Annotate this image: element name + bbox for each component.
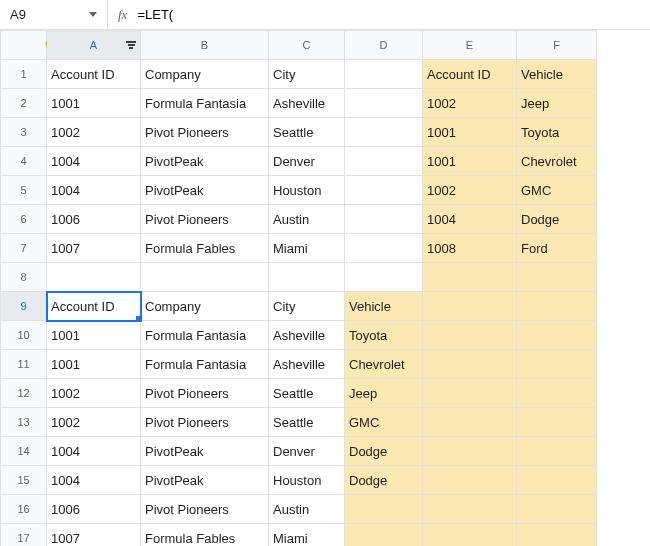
cell-A2[interactable]: 1001 [47, 89, 141, 118]
row-header[interactable]: 5 [1, 176, 47, 205]
cell-B14[interactable]: PivotPeak [141, 437, 269, 466]
cell-C16[interactable]: Austin [269, 495, 345, 524]
row-header[interactable]: 12 [1, 379, 47, 408]
cell-A12[interactable]: 1002 [47, 379, 141, 408]
cell-A11[interactable]: 1001 [47, 350, 141, 379]
cell-A6[interactable]: 1006 [47, 205, 141, 234]
cell-E15[interactable] [423, 466, 517, 495]
cell-C10[interactable]: Asheville [269, 321, 345, 350]
cell-A1[interactable]: Account ID [47, 60, 141, 89]
cell-B17[interactable]: Formula Fables [141, 524, 269, 547]
column-header-c[interactable]: C [269, 31, 345, 60]
cell-F12[interactable] [517, 379, 597, 408]
cell-B3[interactable]: Pivot Pioneers [141, 118, 269, 147]
row-header[interactable]: 15 [1, 466, 47, 495]
chevron-down-icon[interactable] [89, 12, 97, 17]
cell-A3[interactable]: 1002 [47, 118, 141, 147]
cell-E17[interactable] [423, 524, 517, 547]
column-header-d[interactable]: D [345, 31, 423, 60]
cell-F3[interactable]: Toyota [517, 118, 597, 147]
cell-F2[interactable]: Jeep [517, 89, 597, 118]
cell-F7[interactable]: Ford [517, 234, 597, 263]
cell-F10[interactable] [517, 321, 597, 350]
row-header[interactable]: 17 [1, 524, 47, 547]
cell-C12[interactable]: Seattle [269, 379, 345, 408]
cell-D1[interactable] [345, 60, 423, 89]
cell-F9[interactable] [517, 292, 597, 321]
cell-A14[interactable]: 1004 [47, 437, 141, 466]
row-header[interactable]: 1 [1, 60, 47, 89]
cell-C5[interactable]: Houston [269, 176, 345, 205]
cell-D5[interactable] [345, 176, 423, 205]
cell-F5[interactable]: GMC [517, 176, 597, 205]
spreadsheet-grid[interactable]: ABCDEF 1Account IDCompanyCityAccount IDV… [0, 30, 597, 546]
cell-D9[interactable]: Vehicle [345, 292, 423, 321]
cell-B7[interactable]: Formula Fables [141, 234, 269, 263]
cell-B11[interactable]: Formula Fantasia [141, 350, 269, 379]
cell-C9[interactable]: City [269, 292, 345, 321]
row-header[interactable]: 16 [1, 495, 47, 524]
cell-D8[interactable] [345, 263, 423, 292]
row-header[interactable]: 7 [1, 234, 47, 263]
name-box[interactable]: A9 [0, 0, 108, 29]
cell-E14[interactable] [423, 437, 517, 466]
cell-E9[interactable] [423, 292, 517, 321]
cell-C17[interactable]: Miami [269, 524, 345, 547]
row-header[interactable]: 9 [1, 292, 47, 321]
cell-C15[interactable]: Houston [269, 466, 345, 495]
column-header-f[interactable]: F [517, 31, 597, 60]
cell-B6[interactable]: Pivot Pioneers [141, 205, 269, 234]
cell-D14[interactable]: Dodge [345, 437, 423, 466]
cell-F15[interactable] [517, 466, 597, 495]
row-header[interactable]: 14 [1, 437, 47, 466]
cell-A7[interactable]: 1007 [47, 234, 141, 263]
filter-icon[interactable] [126, 41, 136, 49]
cell-C1[interactable]: City [269, 60, 345, 89]
cell-E8[interactable] [423, 263, 517, 292]
cell-A9[interactable]: Account ID [47, 292, 141, 321]
cell-F14[interactable] [517, 437, 597, 466]
cell-E3[interactable]: 1001 [423, 118, 517, 147]
cell-D12[interactable]: Jeep [345, 379, 423, 408]
cell-B16[interactable]: Pivot Pioneers [141, 495, 269, 524]
cell-F6[interactable]: Dodge [517, 205, 597, 234]
select-all-corner[interactable] [1, 31, 47, 60]
cell-A8[interactable] [47, 263, 141, 292]
cell-D16[interactable] [345, 495, 423, 524]
cell-D15[interactable]: Dodge [345, 466, 423, 495]
row-header[interactable]: 8 [1, 263, 47, 292]
cell-A10[interactable]: 1001 [47, 321, 141, 350]
column-header-a[interactable]: A [47, 31, 141, 60]
cell-D10[interactable]: Toyota [345, 321, 423, 350]
cell-B2[interactable]: Formula Fantasia [141, 89, 269, 118]
cell-E1[interactable]: Account ID [423, 60, 517, 89]
cell-E4[interactable]: 1001 [423, 147, 517, 176]
cell-B1[interactable]: Company [141, 60, 269, 89]
row-header[interactable]: 3 [1, 118, 47, 147]
cell-D17[interactable] [345, 524, 423, 547]
cell-A15[interactable]: 1004 [47, 466, 141, 495]
cell-E5[interactable]: 1002 [423, 176, 517, 205]
row-header[interactable]: 2 [1, 89, 47, 118]
cell-F13[interactable] [517, 408, 597, 437]
cell-E12[interactable] [423, 379, 517, 408]
cell-B12[interactable]: Pivot Pioneers [141, 379, 269, 408]
cell-B4[interactable]: PivotPeak [141, 147, 269, 176]
cell-C7[interactable]: Miami [269, 234, 345, 263]
cell-E13[interactable] [423, 408, 517, 437]
cell-D7[interactable] [345, 234, 423, 263]
cell-F16[interactable] [517, 495, 597, 524]
formula-input[interactable] [135, 0, 650, 29]
cell-F4[interactable]: Chevrolet [517, 147, 597, 176]
cell-D4[interactable] [345, 147, 423, 176]
cell-F11[interactable] [517, 350, 597, 379]
cell-B10[interactable]: Formula Fantasia [141, 321, 269, 350]
cell-F1[interactable]: Vehicle [517, 60, 597, 89]
cell-C3[interactable]: Seattle [269, 118, 345, 147]
cell-C14[interactable]: Denver [269, 437, 345, 466]
cell-A16[interactable]: 1006 [47, 495, 141, 524]
cell-B13[interactable]: Pivot Pioneers [141, 408, 269, 437]
row-header[interactable]: 13 [1, 408, 47, 437]
cell-A5[interactable]: 1004 [47, 176, 141, 205]
cell-C13[interactable]: Seattle [269, 408, 345, 437]
